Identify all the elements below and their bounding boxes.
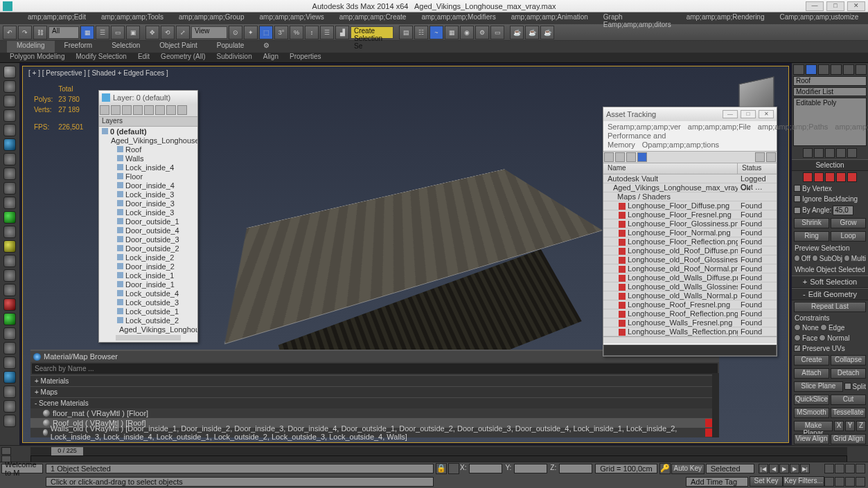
asset-menu-item[interactable]: amp;amp;amp;File xyxy=(688,123,751,131)
select-manip-button[interactable]: ✦ xyxy=(244,26,258,39)
scene-materials-section[interactable]: - Scene Materials xyxy=(30,397,719,408)
ribbon-sub-item[interactable]: Edit xyxy=(132,53,155,62)
y-button[interactable]: Y xyxy=(845,421,855,431)
quickslice-button[interactable]: QuickSlice xyxy=(794,395,829,405)
configure-icon[interactable] xyxy=(847,148,857,158)
hierarchy-tab-icon[interactable] xyxy=(818,64,829,75)
collapse-button[interactable]: Collapse xyxy=(831,355,866,365)
layer-item[interactable]: Roof xyxy=(99,145,197,154)
undo-button[interactable]: ↶ xyxy=(3,26,17,39)
layer-panel[interactable]: Layer: 0 (default) Layers 0 (default)Age… xyxy=(98,90,198,343)
angle-input[interactable] xyxy=(833,206,853,215)
show-end-icon[interactable] xyxy=(814,148,824,158)
attach-button[interactable]: Attach xyxy=(794,368,829,379)
asset-row[interactable]: Maps / Shaders xyxy=(603,192,777,201)
timetag-box[interactable]: Add Time Tag xyxy=(686,477,748,487)
nav-icon[interactable] xyxy=(856,464,865,473)
asset-row[interactable]: Longhouse_old_Walls_Glossiness.pngFound xyxy=(603,282,777,291)
curve-editor-button[interactable]: ~ xyxy=(429,26,443,39)
layer-tool-icon[interactable] xyxy=(133,105,143,115)
ribbon-sub-item[interactable]: Align xyxy=(258,53,284,62)
asset-row[interactable]: Longhouse_Floor_Fresnel.pngFound xyxy=(603,210,777,219)
left-tool-icon[interactable] xyxy=(3,284,16,296)
nav-icon[interactable] xyxy=(835,464,844,473)
material-editor-button[interactable]: ◉ xyxy=(460,26,474,39)
refcoord-dropdown[interactable]: View xyxy=(191,26,227,39)
left-tool-icon[interactable] xyxy=(3,124,16,136)
asset-panel-title[interactable]: Asset Tracking — □ ✕ xyxy=(603,107,777,121)
render-frame-button[interactable]: ▭ xyxy=(490,26,504,39)
layer-item[interactable]: Lock_outside_2 xyxy=(99,316,197,325)
layer-item[interactable]: Walls xyxy=(99,154,197,163)
left-tool-icon[interactable] xyxy=(3,80,16,93)
gridalign-button[interactable]: Grid Align xyxy=(831,434,866,444)
left-tool-icon[interactable] xyxy=(3,66,16,78)
edge-subobj-icon[interactable] xyxy=(814,172,824,182)
create-tab-icon[interactable] xyxy=(793,64,804,75)
asset-row[interactable]: Longhouse_old_Roof_Glossiness.pngFound xyxy=(603,255,777,264)
menu-item[interactable]: Camp;amp;amp;ustomize xyxy=(773,12,866,24)
edge-radio[interactable] xyxy=(820,324,827,331)
repeat-button[interactable]: Repeat Last xyxy=(794,302,866,312)
window-crossing-button[interactable]: ▣ xyxy=(126,26,140,39)
goto-end-button[interactable]: ▶| xyxy=(800,464,810,473)
tl-button-icon[interactable] xyxy=(1,447,11,455)
layer-item[interactable]: Floor xyxy=(99,172,197,181)
lock-icon[interactable]: 🔒 xyxy=(436,463,447,474)
time-slider[interactable]: 0 / 225 xyxy=(30,447,847,455)
asset-row[interactable]: Longhouse_old_Walls_Normal.pngFound xyxy=(603,291,777,300)
asset-menu-item[interactable]: Seramp;amp;amp;ver xyxy=(608,123,681,131)
use-pivot-button[interactable]: ⊙ xyxy=(229,26,242,39)
modifier-list-dropdown[interactable]: Modifier List xyxy=(793,87,867,97)
menu-item[interactable]: amp;amp;amp;Edit xyxy=(21,12,93,24)
layer-item[interactable]: Lock_inside_3 xyxy=(99,190,197,199)
display-tab-icon[interactable] xyxy=(843,64,854,75)
layer-item[interactable]: Lock_outside_3 xyxy=(99,298,197,307)
material-search-input[interactable]: Search by Name ... xyxy=(32,363,718,374)
move-button[interactable]: ✥ xyxy=(145,26,159,39)
pin-stack-icon[interactable] xyxy=(803,148,813,158)
object-name-field[interactable]: Roof xyxy=(793,76,867,86)
angle-snap-button[interactable]: 3° xyxy=(274,26,288,39)
asset-menu-item[interactable]: Opamp;amp;amp;tions xyxy=(642,141,719,149)
y-coord[interactable] xyxy=(514,464,547,473)
left-tool-icon[interactable] xyxy=(3,197,16,209)
ribbon-sub-item[interactable]: Subdivision xyxy=(211,53,258,62)
menu-item[interactable]: amp;amp;amp;Views xyxy=(252,12,330,24)
layer-item[interactable]: Lock_inside_1 xyxy=(99,271,197,280)
asset-row[interactable]: Longhouse_old_Roof_Normal.pngFound xyxy=(603,264,777,273)
asset-row[interactable]: Longhouse_Floor_Normal.pngFound xyxy=(603,228,777,237)
play-button[interactable]: ▶ xyxy=(779,464,789,473)
asset-tool-icon[interactable] xyxy=(615,152,625,162)
layer-scrollbar[interactable] xyxy=(116,335,181,341)
close-button[interactable]: ✕ xyxy=(847,1,865,11)
asset-row[interactable]: Longhouse_old_Roof_Diffuse.pngFound xyxy=(603,246,777,255)
named-selection-dropdown[interactable]: Create Selection Se xyxy=(351,26,393,39)
layer-tool-icon[interactable] xyxy=(111,105,121,115)
left-tool-icon[interactable] xyxy=(3,109,16,122)
goto-start-button[interactable]: |◀ xyxy=(759,464,768,473)
left-tool-icon[interactable] xyxy=(3,298,16,311)
iso-icon[interactable] xyxy=(448,463,459,474)
x-coord[interactable] xyxy=(469,464,502,473)
layer-item[interactable]: Lock_inside_2 xyxy=(99,253,197,262)
left-tool-icon[interactable] xyxy=(3,240,16,253)
render-prod-button[interactable]: ☕ xyxy=(510,26,524,39)
asset-scrollbar[interactable] xyxy=(603,336,777,343)
x-button[interactable]: X xyxy=(834,421,844,431)
ribbon-sub-item[interactable]: Modify Selection xyxy=(71,53,132,62)
render-setup-button[interactable]: ⚙ xyxy=(475,26,489,39)
layer-item[interactable]: Door_inside_3 xyxy=(99,199,197,208)
matbrowser-scrollbar[interactable] xyxy=(712,373,719,437)
nav-icon[interactable] xyxy=(824,464,834,473)
cut-button[interactable]: Cut xyxy=(831,395,866,405)
rollout-selection[interactable]: Selection xyxy=(792,159,868,171)
tessellate-button[interactable]: Tessellate xyxy=(831,408,866,418)
poly-subobj-icon[interactable] xyxy=(836,172,846,182)
left-tool-icon[interactable] xyxy=(3,168,16,180)
preserveuv-checkbox[interactable] xyxy=(794,345,801,352)
menu-item[interactable]: amp;amp;amp;Modifiers xyxy=(414,12,502,24)
rotate-button[interactable]: ⟲ xyxy=(161,26,175,39)
layer-item[interactable]: Lock_inside_4 xyxy=(99,163,197,172)
ring-button[interactable]: Ring xyxy=(794,231,829,242)
